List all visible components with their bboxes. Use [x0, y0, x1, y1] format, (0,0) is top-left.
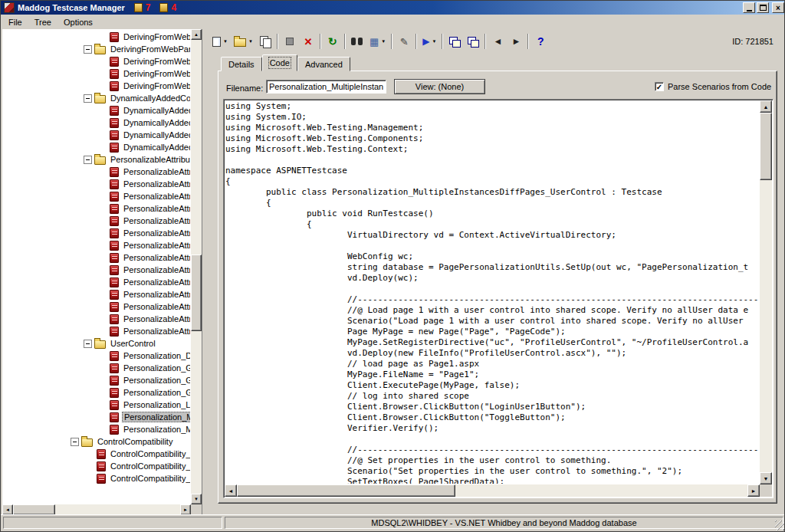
help-button[interactable]: ? [531, 32, 550, 51]
copy-button[interactable] [256, 32, 274, 51]
code-hscroll-track[interactable] [237, 484, 747, 497]
tree-item[interactable]: PersonalizableAttrib [3, 251, 190, 264]
tree-item[interactable]: DynamicallyAddedConf [3, 92, 190, 104]
cascade-windows-button[interactable] [445, 32, 464, 51]
open-button[interactable]: ▼ [231, 32, 256, 51]
scroll-right-icon[interactable]: ► [180, 504, 191, 515]
collapse-icon[interactable] [84, 340, 92, 348]
tree-item[interactable]: PersonalizableAttrib [3, 202, 190, 215]
compare-button[interactable]: ▦▼ [366, 32, 389, 51]
tree-item[interactable]: PersonalizableAttrib [3, 288, 190, 300]
tree-horizontal-scrollbar[interactable]: ◄ ► [2, 504, 191, 515]
delete-button[interactable]: ✕ [299, 32, 317, 51]
resize-grip-icon[interactable] [775, 521, 785, 530]
tree-item[interactable]: DerivingFromWebC [3, 31, 190, 43]
dropdown-arrow-icon[interactable]: ▼ [248, 39, 253, 44]
maximize-button[interactable] [757, 2, 769, 13]
tree-item[interactable]: Personalization_Mu [3, 411, 190, 423]
refresh-button[interactable]: ↻ [324, 32, 342, 51]
code-content[interactable]: using System; using System.IO; using Mic… [225, 101, 759, 484]
collapse-icon[interactable] [84, 45, 92, 54]
tree-item[interactable]: PersonalizableAttrib [3, 300, 190, 313]
scroll-left-icon[interactable]: ◄ [2, 504, 13, 515]
back-button[interactable]: ◄ [488, 32, 507, 51]
tree-item[interactable]: PersonalizableAttrib [3, 178, 190, 190]
collapse-icon[interactable] [84, 156, 92, 164]
tree-vertical-scrollbar[interactable]: ▲ ▼ [191, 29, 202, 504]
tree-item[interactable]: Personalization_Ge [3, 374, 190, 386]
code-editor[interactable]: using System; using System.IO; using Mic… [223, 99, 774, 498]
tree-hscroll-track[interactable] [13, 504, 180, 515]
tree-vscroll-track[interactable] [191, 40, 202, 494]
tree-item[interactable]: DerivingFromWebP [3, 55, 190, 67]
tree-item[interactable]: ControlCompatibility_De [3, 460, 190, 472]
tree-item[interactable]: DerivingFromWebP [3, 67, 190, 80]
filename-input[interactable] [266, 80, 386, 94]
tree-item[interactable]: PersonalizableAttrib [3, 166, 190, 178]
tree-item[interactable]: PersonalizableAttrib [3, 215, 190, 227]
tree-item-label: PersonalizableAttrib [122, 228, 190, 238]
tree-item[interactable]: PersonalizableAttrib [3, 325, 190, 337]
code-vscroll-thumb[interactable] [760, 113, 772, 180]
minimize-button[interactable] [743, 2, 755, 13]
menu-options[interactable]: Options [57, 16, 99, 28]
dropdown-arrow-icon[interactable]: ▼ [432, 39, 436, 44]
tree-item[interactable]: ControlCompatibility_Ch [3, 448, 190, 460]
collapse-icon[interactable] [84, 94, 92, 103]
dropdown-arrow-icon[interactable]: ▼ [223, 39, 228, 44]
code-vscroll-track[interactable] [760, 113, 772, 472]
tab-details[interactable]: Details [221, 57, 262, 71]
run-button[interactable]: ▶▼ [419, 32, 439, 51]
tree-item[interactable]: PersonalizableAttrib [3, 276, 190, 288]
tree-item[interactable]: PersonalizableAttrib [3, 227, 190, 239]
menu-file[interactable]: File [2, 16, 28, 28]
scroll-down-icon[interactable]: ▼ [191, 494, 202, 504]
tree-item[interactable]: PersonalizableAttrib [3, 239, 190, 251]
scroll-left-icon[interactable]: ◄ [225, 484, 237, 497]
scroll-up-icon[interactable]: ▲ [191, 29, 202, 40]
tree-item[interactable]: Personalization_Mu [3, 423, 190, 435]
tree-item[interactable]: Personalization_Lo [3, 399, 190, 411]
tab-advanced[interactable]: Advanced [297, 57, 350, 71]
tree-item[interactable]: ControlCompatibility_De [3, 472, 190, 484]
code-vertical-scrollbar[interactable]: ▲ ▼ [760, 100, 772, 484]
tree-item[interactable]: DynamicallyAdded [3, 141, 190, 153]
scroll-up-icon[interactable]: ▲ [760, 100, 772, 113]
parse-scenarios-checkbox[interactable]: ✓ [655, 82, 664, 91]
tree-item[interactable]: UserControl [3, 337, 190, 350]
find-button[interactable] [348, 32, 366, 51]
view-button[interactable]: View: (None) [394, 79, 485, 94]
tree-item[interactable]: PersonalizableAttrib [3, 313, 190, 325]
script-icon: ✎ [400, 37, 409, 47]
tree-item[interactable]: ControlCompatibility [3, 435, 190, 448]
tab-code[interactable]: Code [262, 54, 297, 71]
tree-item[interactable]: Personalization_Ge [3, 362, 190, 374]
tile-windows-button[interactable] [464, 32, 482, 51]
tree-item[interactable]: PersonalizableAttrib [3, 264, 190, 276]
page-icon [212, 37, 221, 47]
tree-item[interactable]: DynamicallyAdded [3, 129, 190, 141]
code-hscroll-thumb[interactable] [237, 484, 455, 497]
close-button[interactable]: × [772, 2, 784, 13]
tree-item[interactable]: DerivingFromWebP [3, 80, 190, 92]
tree-item[interactable]: PersonalizableAttribute [3, 153, 190, 166]
dropdown-arrow-icon[interactable]: ▼ [381, 39, 386, 44]
stop-button[interactable] [281, 32, 299, 51]
tree-item[interactable]: PersonalizableAttrib [3, 190, 190, 202]
scroll-right-icon[interactable]: ► [747, 484, 760, 497]
collapse-icon[interactable] [71, 438, 79, 446]
scroll-down-icon[interactable]: ▼ [760, 472, 772, 484]
tree-vscroll-thumb[interactable] [191, 255, 202, 331]
tree-item[interactable]: DerivingFromWebPart [3, 43, 190, 55]
tree-item[interactable]: Personalization_Ge [3, 386, 190, 399]
title-bar[interactable]: Maddog Testcase Manager 7 4 × [1, 1, 785, 15]
menu-tree[interactable]: Tree [28, 16, 57, 28]
tree-item[interactable]: DynamicallyAdded [3, 104, 190, 117]
tree-hscroll-thumb[interactable] [13, 504, 55, 515]
forward-button[interactable]: ► [507, 32, 525, 51]
code-horizontal-scrollbar[interactable]: ◄ ► [225, 484, 760, 497]
edit-script-button[interactable]: ✎ [395, 32, 413, 51]
new-testcase-button[interactable]: ▼ [209, 32, 231, 51]
tree-item[interactable]: Personalization_Dif [3, 350, 190, 362]
tree-item[interactable]: DynamicallyAdded [3, 117, 190, 129]
